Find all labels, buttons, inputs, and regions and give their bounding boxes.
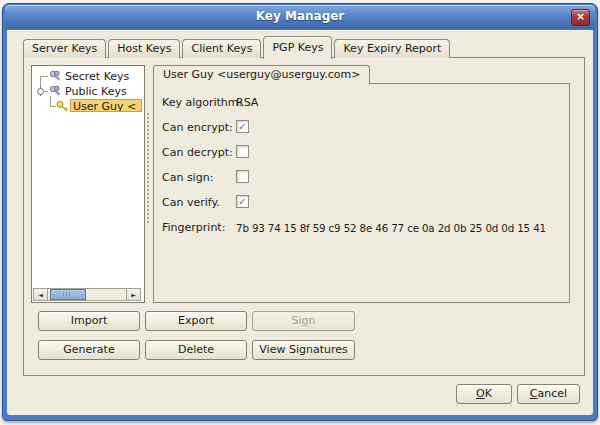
check-icon: ✓ <box>238 196 246 207</box>
key-icon <box>56 100 69 113</box>
fingerprint-row: Fingerprint: 7b 93 74 15 8f 59 c9 52 8e … <box>154 221 569 235</box>
key-detail-tab[interactable]: User Guy <userguy@userguy.com> <box>153 65 370 85</box>
can-decrypt-row: Can decrypt: <box>154 146 569 160</box>
can-encrypt-row: Can encrypt: ✓ <box>154 121 569 135</box>
titlebar[interactable]: Key Manager × <box>5 5 595 29</box>
close-icon: × <box>576 10 585 23</box>
tree-item-secret-keys[interactable]: Secret Keys <box>32 69 144 84</box>
can-sign-checkbox[interactable] <box>236 170 249 183</box>
can-verify-row: Can verify. ✓ <box>154 196 569 210</box>
scroll-right-icon: ► <box>131 291 136 298</box>
tab-pgp-keys[interactable]: PGP Keys <box>263 36 332 59</box>
key-tree-panel: Secret Keys Public Keys <box>31 65 145 303</box>
key-detail-tab-label: User Guy <userguy@userguy.com> <box>163 68 360 81</box>
import-button[interactable]: Import <box>38 311 140 331</box>
view-signatures-button[interactable]: View Signatures <box>252 340 355 360</box>
tab-client-keys[interactable]: Client Keys <box>182 39 261 58</box>
keys-icon <box>49 85 62 98</box>
dialog-body: Server Keys Host Keys Client Keys PGP Ke… <box>7 30 593 415</box>
close-button[interactable]: × <box>571 9 590 26</box>
tree-item-user-guy[interactable]: User Guy < <box>32 99 144 114</box>
sign-button: Sign <box>252 311 355 331</box>
tree-item-label: Public Keys <box>65 85 127 98</box>
tab-bar: Server Keys Host Keys Client Keys PGP Ke… <box>23 34 450 58</box>
ok-button[interactable]: OK <box>456 384 512 404</box>
scroll-left-icon: ◄ <box>38 291 43 298</box>
tree-item-public-keys[interactable]: Public Keys <box>32 84 144 99</box>
delete-button[interactable]: Delete <box>145 340 247 360</box>
can-sign-label: Can sign: <box>162 171 213 184</box>
tab-host-keys[interactable]: Host Keys <box>108 39 180 58</box>
tab-server-keys[interactable]: Server Keys <box>23 39 106 58</box>
generate-button[interactable]: Generate <box>38 340 140 360</box>
ok-button-mnemonic: O <box>476 387 485 400</box>
check-icon: ✓ <box>238 121 246 132</box>
ok-button-label: K <box>485 387 492 400</box>
tree-hscrollbar: ◄ ► <box>33 288 141 301</box>
can-decrypt-checkbox[interactable] <box>236 145 249 158</box>
tab-key-expiry-report[interactable]: Key Expiry Report <box>334 39 450 58</box>
key-algorithm-label: Key algorithm: <box>162 96 242 109</box>
cancel-button[interactable]: Cancel <box>517 384 580 404</box>
key-algorithm-row: Key algorithm: RSA <box>154 96 569 110</box>
scroll-right-button[interactable]: ► <box>126 289 140 300</box>
scroll-thumb[interactable] <box>50 289 86 300</box>
splitter-handle[interactable] <box>144 65 153 301</box>
key-manager-window: Key Manager × Server Keys Host Keys Clie… <box>2 3 598 421</box>
keys-icon <box>49 70 62 83</box>
scroll-left-button[interactable]: ◄ <box>34 289 48 300</box>
can-encrypt-label: Can encrypt: <box>162 121 233 134</box>
screen: Key Manager × Server Keys Host Keys Clie… <box>0 0 600 425</box>
tree-selected-item-label: User Guy < <box>70 99 142 112</box>
key-detail-panel: Key algorithm: RSA Can encrypt: ✓ Can de… <box>153 83 570 303</box>
can-decrypt-label: Can decrypt: <box>162 146 233 159</box>
can-verify-label: Can verify. <box>162 196 220 209</box>
can-encrypt-checkbox[interactable]: ✓ <box>236 120 249 133</box>
fingerprint-label: Fingerprint: <box>162 221 225 234</box>
pgp-keys-panel: Secret Keys Public Keys <box>23 57 585 376</box>
key-algorithm-value: RSA <box>236 96 258 109</box>
fingerprint-value: 7b 93 74 15 8f 59 c9 52 8e 46 77 ce 0a 2… <box>236 222 546 234</box>
window-title: Key Manager <box>5 9 595 23</box>
cancel-button-mnemonic: C <box>530 387 538 400</box>
scroll-track[interactable] <box>48 289 126 300</box>
export-button[interactable]: Export <box>145 311 247 331</box>
tree-item-label: Secret Keys <box>65 70 129 83</box>
cancel-button-label: ancel <box>538 387 568 400</box>
can-verify-checkbox[interactable]: ✓ <box>236 195 249 208</box>
can-sign-row: Can sign: <box>154 171 569 185</box>
